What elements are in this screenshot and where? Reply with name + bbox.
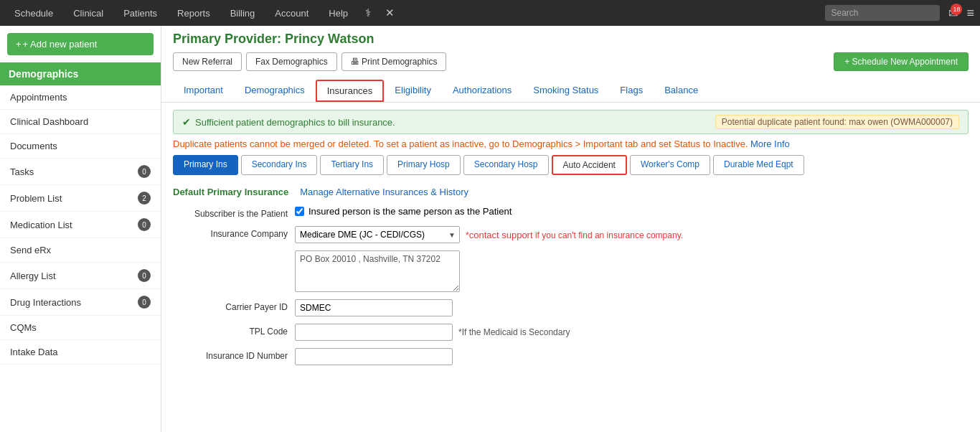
insurance-company-select[interactable]: Medicare DME (JC - CEDI/CGS) [295,226,460,243]
tab-authorizations[interactable]: Authorizations [442,80,522,102]
sidebar-item-intake-data[interactable]: Intake Data [0,340,161,365]
insurance-company-field: Medicare DME (JC - CEDI/CGS) ▼ *contact … [295,226,969,243]
ins-tab-durable-med[interactable]: Durable Med Eqpt [713,155,804,175]
sidebar-item-tasks[interactable]: Tasks 0 [0,159,161,185]
tasks-badge: 0 [138,165,151,178]
nav-help[interactable]: Help [320,4,357,23]
sidebar-section-demographics[interactable]: Demographics [0,62,161,85]
plus-icon: + [16,39,22,50]
tab-balance[interactable]: Balance [654,80,709,102]
insurance-id-label: Insurance ID Number [173,348,288,361]
manage-alternative-link[interactable]: Manage Alternative Insurances & History [300,187,468,197]
allergy-list-badge: 0 [138,269,151,282]
carrier-payer-field [295,299,969,316]
nav-clinical[interactable]: Clinical [65,4,112,23]
sidebar-item-problem-list[interactable]: Problem List 2 [0,185,161,212]
print-demographics-button[interactable]: 🖶 Print Demographics [341,52,447,71]
drug-interactions-badge: 0 [138,296,151,309]
carrier-payer-label: Carrier Payer ID [173,299,288,312]
alert-success: ✔ Sufficient patient demographics to bil… [173,110,969,134]
address-textarea[interactable]: PO Box 20010 , Nashville, TN 37202 [295,250,460,292]
medication-list-badge: 0 [138,218,151,231]
address-row: PO Box 20010 , Nashville, TN 37202 [173,250,969,292]
sidebar-item-drug-interactions[interactable]: Drug Interactions 0 [0,289,161,316]
subscriber-field: Insured person is the same person as the… [295,206,969,217]
tpl-code-field: *If the Medicaid is Secondary [295,324,969,341]
nav-reports[interactable]: Reports [169,4,219,23]
more-info-link[interactable]: More Info [750,138,790,149]
tab-demographics[interactable]: Demographics [234,80,316,102]
insurance-company-label: Insurance Company [173,226,288,239]
main-content: Primary Provider: Princy Watson New Refe… [161,26,980,432]
ins-tab-auto-accident[interactable]: Auto Accident [552,155,627,175]
nav-caduceus-icon: ⚕ [359,2,377,24]
tpl-code-row: TPL Code *If the Medicaid is Secondary [173,324,969,341]
sidebar: + + Add new patient Demographics Appoint… [0,26,161,432]
insurance-tab-bar: Primary Ins Secondary Ins Tertiary Ins P… [173,155,969,175]
subscriber-label: Subscriber is the Patient [173,206,288,219]
new-referral-button[interactable]: New Referral [173,52,242,71]
contact-support-text: *contact support if you can't find an in… [466,230,683,240]
subscriber-checkbox[interactable] [295,207,304,216]
schedule-new-appointment-button[interactable]: + Schedule New Appointment [834,52,969,71]
tab-eligibility[interactable]: Eligibility [384,80,442,102]
sidebar-item-allergy-list[interactable]: Allergy List 0 [0,263,161,289]
nav-schedule[interactable]: Schedule [6,4,62,23]
insurance-id-input[interactable] [295,348,453,365]
ins-tab-primary[interactable]: Primary Ins [173,155,238,175]
sidebar-item-send-erx[interactable]: Send eRx [0,238,161,263]
tab-insurances[interactable]: Insurances [316,80,385,102]
subscriber-text: Insured person is the same person as the… [308,206,512,217]
sidebar-item-documents[interactable]: Documents [0,134,161,159]
action-bar: New Referral Fax Demographics 🖶 Print De… [173,52,969,71]
sidebar-item-cqms[interactable]: CQMs [0,316,161,340]
check-icon: ✔ [182,116,191,128]
tab-important[interactable]: Important [173,80,234,102]
sidebar-item-appointments[interactable]: Appointments [0,85,161,110]
section-title: Default Primary Insurance Manage Alterna… [173,187,969,197]
add-new-patient-button[interactable]: + + Add new patient [7,33,154,55]
insurance-id-row: Insurance ID Number [173,348,969,365]
alert-info: Duplicate patients cannot be merged or d… [173,138,969,149]
tpl-note: *If the Medicaid is Secondary [458,327,570,337]
sidebar-item-clinical-dashboard[interactable]: Clinical Dashboard [0,110,161,134]
tab-smoking-status[interactable]: Smoking Status [522,80,609,102]
mail-badge: 18 [951,4,962,15]
patient-header: Primary Provider: Princy Watson New Refe… [161,26,980,103]
contact-support-link[interactable]: contact support [469,230,533,240]
address-field: PO Box 20010 , Nashville, TN 37202 [295,250,969,292]
tpl-code-label: TPL Code [173,324,288,337]
hamburger-menu-icon[interactable]: ≡ [966,6,974,21]
address-label [173,250,288,253]
top-navigation: Schedule Clinical Patients Reports Billi… [0,0,980,26]
patient-title: Primary Provider: Princy Watson [173,32,969,47]
ins-tab-primary-hosp[interactable]: Primary Hosp [387,155,461,175]
problem-list-badge: 2 [138,192,151,205]
content-area: ✔ Sufficient patient demographics to bil… [161,103,980,432]
carrier-payer-row: Carrier Payer ID [173,299,969,316]
tab-flags[interactable]: Flags [609,80,654,102]
search-input[interactable] [825,5,940,21]
subscriber-row: Subscriber is the Patient Insured person… [173,206,969,219]
tpl-code-input[interactable] [295,324,453,341]
tab-bar: Important Demographics Insurances Eligib… [173,77,969,102]
ins-tab-secondary-hosp[interactable]: Secondary Hosp [463,155,549,175]
fax-demographics-button[interactable]: Fax Demographics [246,52,337,71]
ins-tab-secondary[interactable]: Secondary Ins [241,155,318,175]
nav-account[interactable]: Account [266,4,317,23]
insurance-company-row: Insurance Company Medicare DME (JC - CED… [173,226,969,243]
carrier-payer-input[interactable] [295,299,453,316]
nav-billing[interactable]: Billing [222,4,264,23]
nav-close-icon[interactable]: ✕ [380,2,400,24]
mail-icon-wrap[interactable]: ✉ 18 [948,6,958,20]
nav-patients[interactable]: Patients [115,4,166,23]
ins-tab-workers-comp[interactable]: Worker's Comp [630,155,710,175]
ins-tab-tertiary[interactable]: Tertiary Ins [320,155,384,175]
sidebar-item-medication-list[interactable]: Medication List 0 [0,212,161,238]
insurance-id-field [295,348,969,365]
duplicate-warning: Potential duplicate patient found: max o… [715,115,959,129]
